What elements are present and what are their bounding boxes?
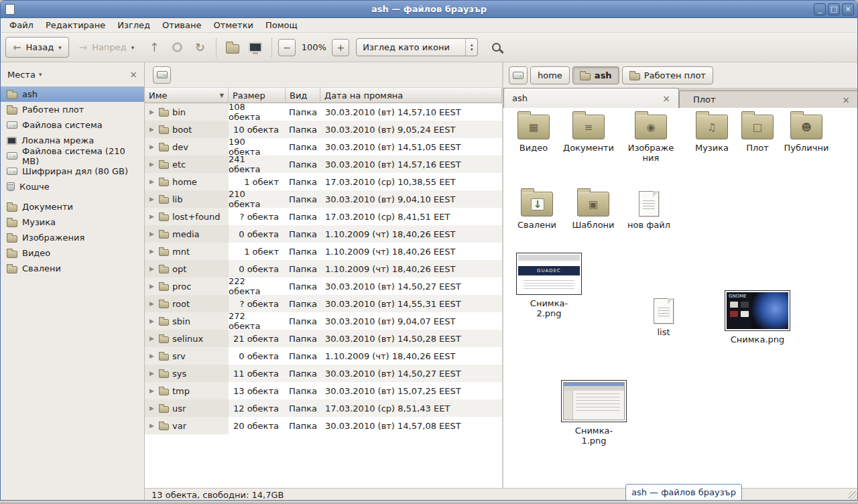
table-row[interactable]: selinux 21 обекта Папка 30.03.2010 (вт) … [145,330,502,347]
file-date: 30.03.2010 (вт) 9,04,10 EEST [320,190,502,208]
table-row[interactable]: var 20 обекта Папка 30.03.2010 (вт) 14,5… [145,417,502,434]
expander-icon[interactable] [148,265,156,272]
close-button[interactable]: × [842,3,854,15]
sidebar-item-downloads[interactable]: Свалени [1,261,144,276]
file-name: etc [172,160,186,170]
table-row[interactable]: home 1 обект Папка 17.03.2010 (ср) 10,38… [145,173,502,190]
sidebar-item-music[interactable]: Музика [1,214,144,230]
taskbar-window-button[interactable]: ash — файлов браузър [625,484,742,501]
combo-arrows-icon[interactable]: ▴ ▾ [465,39,477,56]
sidebar-item-filesystem[interactable]: Файлова система [1,117,144,133]
expander-icon[interactable] [148,248,156,255]
zoom-in-button[interactable]: + [332,39,349,56]
table-row[interactable]: sys 11 обекта Папка 30.03.2010 (вт) 14,5… [145,365,502,382]
icon-item-public[interactable]: ☻ Публични [778,115,835,153]
table-row[interactable]: opt 0 обекта Папка 1.10.2009 (чт) 18,40,… [145,260,502,277]
sidebar-item-video[interactable]: Видео [1,245,144,261]
icon-item-documents[interactable]: ≡ Документи [560,115,617,153]
expander-icon[interactable] [148,405,156,412]
icon-item-downloads[interactable]: ↓ Свалени [508,192,566,230]
column-header-size[interactable]: Размер [229,88,286,103]
back-button[interactable]: ← Назад ▾ [5,37,69,58]
menu-edit[interactable]: Редактиране [40,18,111,32]
table-row[interactable]: mnt 1 обект Папка 1.10.2009 (чт) 18,40,2… [145,243,502,260]
tab-ash[interactable]: ash × [503,88,679,108]
icon-item-snimka1[interactable]: Снимка-1.png [560,380,627,446]
icon-item-list[interactable]: list [635,298,692,337]
menu-help[interactable]: Помощ [259,18,304,32]
pathbar-desktop-button[interactable]: Работен плот [622,66,713,84]
zoom-out-button[interactable]: − [278,39,296,56]
table-row[interactable]: bin 108 обекта Папка 30.03.2010 (вт) 14,… [145,103,502,121]
table-row[interactable]: dev 190 обекта Папка 30.03.2010 (вт) 14,… [145,138,502,155]
expander-icon[interactable] [148,178,156,185]
pathbar-root-button[interactable] [509,66,528,84]
pathbar-ash-button[interactable]: ash [572,66,619,84]
sidebar-item-ash[interactable]: ash [1,86,144,102]
tab-desktop[interactable]: Плот × [679,90,858,108]
icon-item-newfile[interactable]: нов файл [620,191,678,230]
table-row[interactable]: tmp 13 обекта Папка 30.03.2010 (вт) 15,0… [145,382,502,399]
sidebar-item-documents[interactable]: Документи [1,199,144,214]
column-header-name[interactable]: Име ▼ [145,88,229,103]
view-mode-combo[interactable]: Изглед като икони ▴ ▾ [356,38,478,56]
expander-icon[interactable] [148,143,156,150]
minimize-button[interactable]: _ [814,3,826,15]
sidebar-item-desktop[interactable]: Работен плот [1,102,144,117]
statusbar: 13 обекта, свободни: 14,7GB [145,488,858,501]
table-row[interactable]: root ? обекта Папка 30.03.2010 (вт) 14,5… [145,295,502,312]
sidebar-item-images[interactable]: Изображения [1,230,144,245]
expander-icon[interactable] [148,213,156,220]
resize-grip[interactable] [849,491,857,500]
table-row[interactable]: lost+found ? обекта Папка 17.03.2010 (ср… [145,208,502,225]
menu-view[interactable]: Изглед [111,18,156,32]
sidebar-item-filesystem-210mb[interactable]: Файлова система (210 MB) [1,148,144,164]
pathbar-home-button[interactable]: home [530,66,570,84]
sidebar-close-icon[interactable]: × [129,69,137,80]
table-row[interactable]: etc 241 обекта Папка 30.03.2010 (вт) 14,… [145,155,502,173]
chevron-down-icon[interactable]: ▾ [39,71,42,78]
expander-icon[interactable] [148,196,156,202]
expander-icon[interactable] [148,422,156,429]
home-folder-button[interactable] [223,38,243,58]
expander-icon[interactable] [148,318,156,324]
expander-icon[interactable] [148,231,156,237]
menu-go[interactable]: Отиване [156,18,207,32]
table-row[interactable]: boot 10 обекта Папка 30.03.2010 (вт) 9,0… [145,121,502,138]
expander-icon[interactable] [148,370,156,377]
table-row[interactable]: sbin 272 обекта Папка 30.03.2010 (вт) 9,… [145,312,502,330]
expander-icon[interactable] [148,300,156,307]
expander-icon[interactable] [148,283,156,290]
expander-icon[interactable] [148,335,156,342]
search-button[interactable] [486,38,506,58]
icon-item-video[interactable]: ▦ Видео [505,115,562,153]
reload-button[interactable]: ↻ [190,38,210,58]
computer-button[interactable] [245,38,265,58]
sidebar-title[interactable]: Места [7,70,36,80]
table-row[interactable]: proc 222 обекта Папка 30.03.2010 (вт) 14… [145,277,502,295]
menu-bookmarks[interactable]: Отметки [207,18,259,32]
expander-icon[interactable] [148,109,156,115]
sidebar-item-trash[interactable]: Кошче [1,179,144,194]
icon-item-images[interactable]: ◉ Изображения [625,115,676,163]
icon-item-snimka[interactable]: GNOME Снимка.png [724,290,791,344]
expander-icon[interactable] [148,161,156,168]
table-row[interactable]: media 0 обекта Папка 1.10.2009 (чт) 18,4… [145,225,502,243]
table-row[interactable]: lib 210 обекта Папка 30.03.2010 (вт) 9,0… [145,190,502,208]
icon-item-templates[interactable]: ▣ Шаблони [564,192,622,230]
column-header-kind[interactable]: Вид [286,88,320,103]
table-row[interactable]: srv 0 обекта Папка 1.10.2009 (чт) 18,40,… [145,347,502,365]
root-location-button[interactable] [153,66,171,84]
tab-close-icon[interactable]: × [662,93,670,104]
expander-icon[interactable] [148,353,156,359]
up-button[interactable]: ↑ [144,38,164,58]
sidebar-item-encrypted[interactable]: Шифриран дял (80 GB) [1,164,144,179]
icon-item-snimka2[interactable]: GUADEC Снимка-2.png [515,253,583,318]
tab-close-icon[interactable]: × [842,94,850,105]
column-header-date[interactable]: Дата на промяна [320,88,502,103]
expander-icon[interactable] [148,126,156,133]
maximize-button[interactable]: □ [828,3,840,15]
expander-icon[interactable] [148,387,156,394]
table-row[interactable]: usr 12 обекта Папка 17.03.2010 (ср) 8,51… [145,399,502,417]
menu-file[interactable]: Файл [3,18,40,32]
